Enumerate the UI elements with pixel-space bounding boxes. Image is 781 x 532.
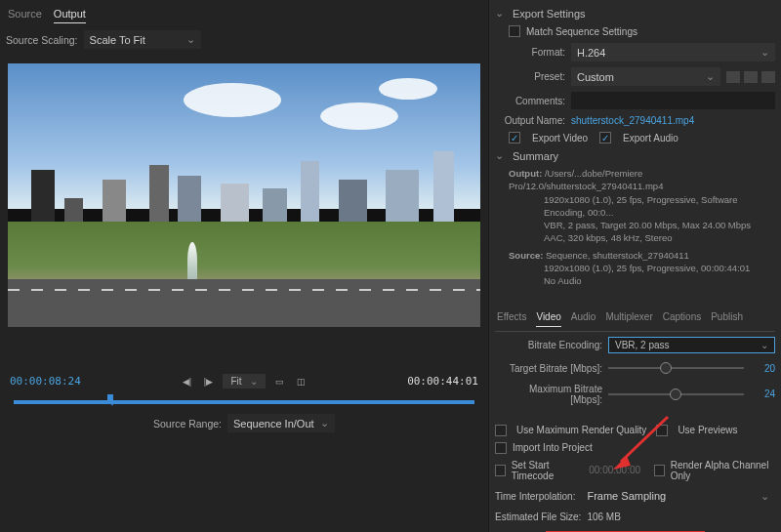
summary-output: Output: /Users/...dobe/Premiere Pro/12.0…	[495, 165, 775, 247]
target-bitrate-value[interactable]: 20	[750, 363, 775, 374]
current-timecode[interactable]: 00:00:08:24	[10, 375, 81, 388]
target-bitrate-label: Target Bitrate [Mbps]:	[495, 363, 602, 374]
delete-preset-icon[interactable]	[761, 71, 775, 83]
tab-video[interactable]: Video	[536, 311, 560, 327]
crop-icon[interactable]: ◫	[295, 375, 308, 389]
preset-dropdown[interactable]: Custom	[571, 67, 720, 86]
time-interp-dropdown[interactable]: Frame Sampling	[581, 487, 775, 506]
import-project-label: Import Into Project	[513, 442, 593, 453]
target-bitrate-slider[interactable]	[608, 367, 744, 369]
start-tc-label: Set Start Timecode	[512, 460, 584, 481]
save-preset-icon[interactable]	[726, 71, 740, 83]
source-scaling-dropdown[interactable]: Scale To Fit	[84, 30, 201, 49]
export-video-label: Export Video	[532, 133, 588, 143]
import-preset-icon[interactable]	[744, 71, 758, 83]
export-audio-label: Export Audio	[623, 133, 678, 143]
render-alpha-label: Render Alpha Channel Only	[671, 460, 775, 481]
source-scaling-label: Source Scaling:	[6, 34, 78, 46]
comments-input[interactable]	[571, 92, 775, 109]
start-tc-checkbox[interactable]	[495, 465, 506, 476]
next-frame-icon[interactable]: |▶	[201, 375, 215, 389]
tab-multiplexer[interactable]: Multiplexer	[605, 311, 652, 327]
max-render-label: Use Maximum Render Quality	[516, 425, 646, 435]
prev-frame-icon[interactable]: ◀|	[180, 375, 193, 389]
bitrate-encoding-dropdown[interactable]: VBR, 2 pass	[608, 337, 775, 353]
source-range-label: Source Range:	[153, 418, 222, 430]
preview-tabs: Source Output	[6, 4, 482, 27]
tab-output[interactable]: Output	[54, 8, 86, 23]
match-sequence-checkbox[interactable]	[509, 25, 520, 37]
max-bitrate-label: Maximum Bitrate [Mbps]:	[495, 384, 602, 405]
use-previews-label: Use Previews	[678, 425, 737, 435]
export-video-checkbox[interactable]	[509, 132, 520, 143]
zoom-fit-dropdown[interactable]: Fit⌄	[223, 374, 265, 389]
match-sequence-label: Match Sequence Settings	[526, 26, 637, 37]
video-preview	[8, 63, 480, 327]
summary-header[interactable]: Summary	[495, 146, 775, 165]
tab-source[interactable]: Source	[8, 8, 42, 23]
max-bitrate-value[interactable]: 24	[750, 389, 775, 399]
encoding-tabs: Effects Video Audio Multiplexer Captions…	[495, 307, 775, 332]
import-project-checkbox[interactable]	[495, 442, 507, 454]
preset-label: Preset:	[495, 71, 565, 82]
format-dropdown[interactable]: H.264	[571, 43, 775, 61]
timeline-scrubber[interactable]	[14, 400, 474, 404]
time-interp-label: Time Interpolation:	[495, 491, 575, 502]
output-name-label: Output Name:	[495, 115, 565, 126]
playhead[interactable]	[105, 394, 115, 408]
tab-publish[interactable]: Publish	[711, 311, 743, 327]
start-tc-value: 00:00:00:00	[589, 465, 640, 475]
max-bitrate-slider[interactable]	[608, 393, 744, 395]
est-filesize-label: Estimated File Size:	[495, 512, 581, 522]
output-name-link[interactable]: shutterstock_27940411.mp4	[571, 115, 694, 126]
bitrate-encoding-label: Bitrate Encoding:	[495, 340, 602, 350]
use-previews-checkbox[interactable]	[656, 425, 668, 436]
source-range-dropdown[interactable]: Sequence In/Out	[227, 414, 335, 432]
summary-source: Source: Sequence, shutterstock_27940411 …	[495, 247, 775, 290]
tab-captions[interactable]: Captions	[663, 311, 701, 327]
comments-label: Comments:	[495, 96, 565, 106]
duration-timecode: 00:00:44:01	[407, 375, 478, 388]
tab-effects[interactable]: Effects	[497, 311, 526, 327]
format-label: Format:	[495, 47, 565, 58]
aspect-icon[interactable]: ▭	[273, 375, 287, 389]
max-render-checkbox[interactable]	[495, 425, 507, 436]
export-settings-header[interactable]: Export Settings	[495, 4, 775, 22]
est-filesize-value: 106 MB	[587, 512, 620, 522]
export-audio-checkbox[interactable]	[599, 132, 611, 143]
tab-audio[interactable]: Audio	[571, 311, 596, 327]
render-alpha-checkbox[interactable]	[654, 465, 665, 476]
